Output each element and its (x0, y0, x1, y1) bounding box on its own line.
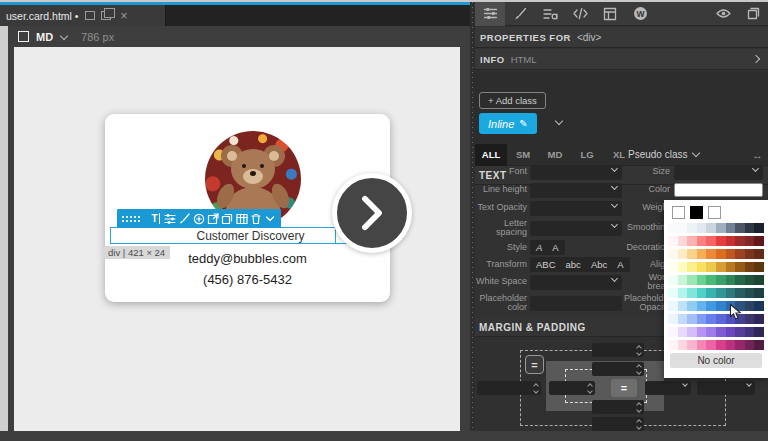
color-swatch[interactable] (745, 262, 755, 272)
color-swatch[interactable] (716, 301, 726, 311)
margin-left-stepper[interactable] (477, 381, 541, 395)
color-swatch[interactable] (716, 236, 726, 246)
color-swatch[interactable] (687, 288, 697, 298)
placeholder-color-input[interactable] (530, 296, 622, 311)
color-swatch[interactable] (706, 236, 716, 246)
size-select[interactable] (674, 165, 763, 180)
color-swatch[interactable] (735, 236, 745, 246)
pages-icon[interactable] (738, 2, 768, 26)
text-opacity-select[interactable] (530, 201, 622, 216)
add-class-button[interactable]: + Add class (479, 92, 546, 109)
color-swatch[interactable] (668, 262, 678, 272)
color-swatch[interactable] (668, 314, 678, 324)
color-swatch[interactable] (687, 314, 697, 324)
color-swatch[interactable] (726, 223, 736, 233)
breakpoint-tab-md[interactable]: MD (539, 144, 571, 166)
replace-icon[interactable] (206, 211, 219, 226)
color-swatch[interactable] (726, 249, 736, 259)
breakpoint-tab-lg[interactable]: LG (571, 144, 603, 166)
preview-window-icon[interactable] (85, 11, 95, 20)
color-swatch[interactable] (687, 236, 697, 246)
color-swatch[interactable] (706, 340, 716, 350)
info-section-row[interactable]: INFO HTML (475, 49, 768, 70)
close-tab-icon[interactable]: × (121, 11, 128, 21)
color-swatch[interactable] (697, 236, 707, 246)
color-swatch[interactable] (697, 327, 707, 337)
transform-capitalize-button[interactable]: Abc (586, 258, 612, 271)
style-normal-button[interactable]: A (547, 241, 563, 254)
color-swatch[interactable] (754, 340, 764, 350)
color-swatch[interactable] (716, 223, 726, 233)
color-swatch[interactable] (716, 275, 726, 285)
color-swatch[interactable] (678, 236, 688, 246)
color-swatch[interactable] (687, 327, 697, 337)
color-swatch[interactable] (735, 340, 745, 350)
color-swatch[interactable] (745, 340, 755, 350)
color-swatch[interactable] (745, 314, 755, 324)
color-swatch[interactable] (745, 301, 755, 311)
padding-top-stepper[interactable] (592, 362, 644, 376)
brush-icon[interactable] (178, 211, 191, 226)
color-swatch[interactable] (735, 223, 745, 233)
tab-wordpress[interactable]: W (625, 2, 655, 26)
color-swatch[interactable] (697, 314, 707, 324)
color-swatch[interactable] (735, 327, 745, 337)
chevron-right-icon[interactable] (752, 55, 760, 63)
style-sliders-icon[interactable] (163, 211, 176, 226)
tab-blocks[interactable] (595, 2, 625, 26)
font-select[interactable] (530, 165, 622, 180)
next-arrow-button[interactable] (332, 173, 412, 253)
style-italic-button[interactable]: A (531, 241, 547, 254)
viewport-frame-icon[interactable] (18, 31, 29, 42)
transform-lowercase-button[interactable]: abc (561, 258, 586, 271)
layout-grid-icon[interactable] (235, 211, 248, 226)
color-swatch[interactable] (754, 275, 764, 285)
color-input[interactable] (674, 183, 763, 197)
color-swatch[interactable] (678, 301, 688, 311)
color-swatch[interactable] (678, 249, 688, 259)
color-swatch[interactable] (697, 262, 707, 272)
edit-text-icon[interactable]: T (149, 211, 162, 226)
quick-swatch[interactable] (708, 206, 721, 219)
duplicate-icon[interactable] (221, 211, 234, 226)
color-swatch[interactable] (754, 262, 764, 272)
color-swatch[interactable] (678, 262, 688, 272)
color-swatch[interactable] (706, 327, 716, 337)
color-swatch[interactable] (678, 288, 688, 298)
tab-brush[interactable] (505, 2, 535, 26)
color-swatch[interactable] (726, 262, 736, 272)
color-swatch[interactable] (754, 249, 764, 259)
color-swatch[interactable] (754, 314, 764, 324)
white-space-select[interactable] (530, 275, 622, 290)
padding-right-select[interactable] (645, 381, 691, 395)
color-swatch[interactable] (745, 236, 755, 246)
inline-style-button[interactable]: Inline ✎ (479, 113, 537, 134)
color-swatch[interactable] (716, 249, 726, 259)
margin-right-select[interactable] (697, 381, 755, 395)
color-swatch[interactable] (745, 327, 755, 337)
color-swatch[interactable] (745, 288, 755, 298)
tab-attributes[interactable] (535, 2, 565, 26)
color-swatch[interactable] (706, 288, 716, 298)
color-swatch[interactable] (697, 249, 707, 259)
line-height-select[interactable] (530, 183, 622, 198)
tab-code[interactable] (565, 2, 595, 26)
padding-bottom-stepper[interactable] (592, 400, 644, 414)
tab-style[interactable] (475, 2, 505, 26)
breakpoint-tab-sm[interactable]: SM (507, 144, 539, 166)
color-swatch[interactable] (668, 236, 678, 246)
color-swatch[interactable] (687, 223, 697, 233)
color-swatch[interactable] (668, 340, 678, 350)
color-swatch[interactable] (716, 340, 726, 350)
color-swatch[interactable] (706, 249, 716, 259)
color-swatch[interactable] (678, 223, 688, 233)
color-swatch[interactable] (716, 288, 726, 298)
color-swatch[interactable] (668, 301, 678, 311)
color-swatch[interactable] (726, 236, 736, 246)
color-swatch[interactable] (668, 275, 678, 285)
color-swatch[interactable] (745, 249, 755, 259)
color-swatch[interactable] (754, 288, 764, 298)
color-swatch[interactable] (678, 340, 688, 350)
color-swatch[interactable] (754, 223, 764, 233)
breakpoint-selector[interactable]: MD (36, 31, 53, 43)
